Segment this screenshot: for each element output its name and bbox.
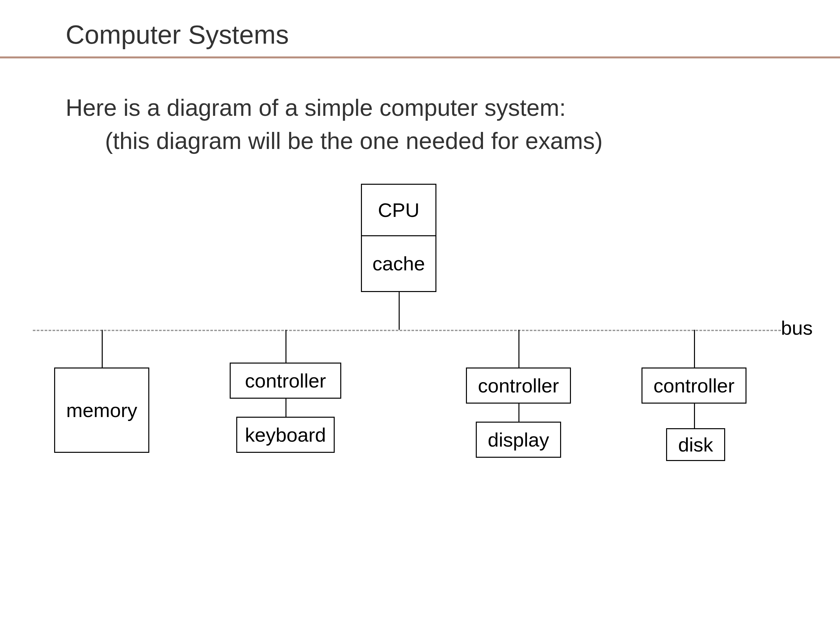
connector-controller2-display (518, 404, 519, 422)
cache-box: cache (361, 236, 436, 292)
memory-box: memory (54, 368, 149, 453)
disk-box: disk (666, 428, 725, 461)
bus-label: bus (781, 317, 813, 339)
connector-controller3-disk (694, 404, 695, 428)
connector-controller1-keyboard (286, 399, 286, 417)
body-line-2: (this diagram will be the one needed for… (66, 124, 840, 158)
cpu-box: CPU (361, 184, 436, 236)
controller2-box: controller (466, 368, 571, 404)
connector-cache-bus (399, 292, 399, 330)
connector-controller2-bus (518, 330, 519, 368)
slide-title: Computer Systems (0, 20, 840, 58)
connector-controller1-bus (286, 330, 286, 363)
bus-line (33, 330, 781, 331)
controller1-box: controller (230, 363, 341, 399)
system-diagram: CPU cache bus memory controller keyboard… (0, 184, 840, 578)
body-line-1: Here is a diagram of a simple computer s… (66, 91, 840, 124)
keyboard-box: keyboard (236, 417, 335, 453)
controller3-box: controller (641, 368, 747, 404)
body-text: Here is a diagram of a simple computer s… (0, 91, 840, 158)
connector-memory-bus (102, 330, 103, 368)
slide: Computer Systems Here is a diagram of a … (0, 0, 840, 630)
display-box: display (476, 422, 561, 458)
connector-controller3-bus (694, 330, 695, 368)
